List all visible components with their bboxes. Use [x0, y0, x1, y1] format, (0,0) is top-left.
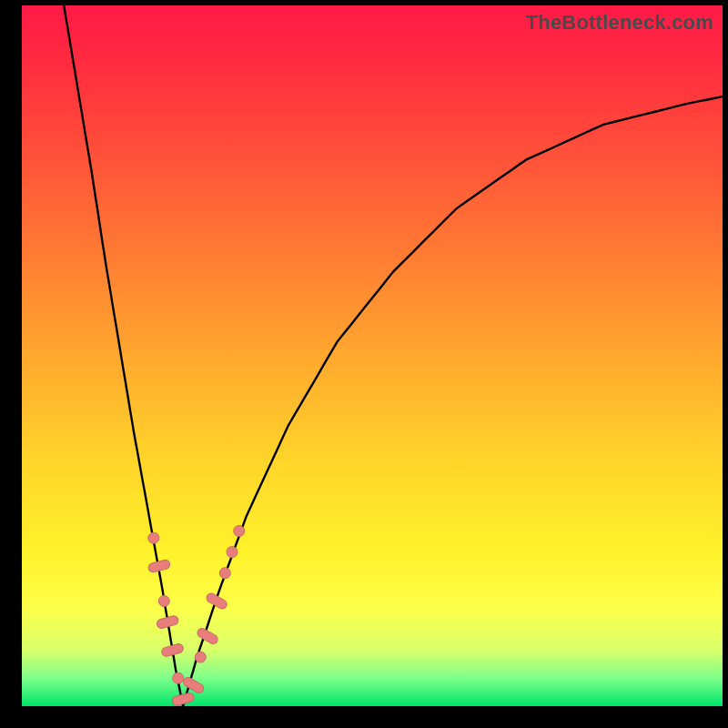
- curve-marker: [205, 592, 228, 611]
- marker-group: [147, 526, 245, 707]
- chart-plot-area: TheBottleneck.com: [22, 5, 723, 706]
- right-branch-curve: [183, 96, 723, 706]
- curve-marker: [227, 547, 238, 558]
- curve-marker: [161, 642, 185, 657]
- chart-svg: [22, 5, 723, 706]
- curve-marker: [196, 627, 219, 646]
- curve-marker: [219, 568, 230, 579]
- curve-marker: [156, 615, 179, 630]
- chart-frame: TheBottleneck.com: [0, 0, 728, 728]
- curve-marker: [158, 596, 169, 607]
- curve-marker: [195, 652, 206, 662]
- curve-marker: [234, 526, 245, 537]
- curve-marker: [173, 672, 184, 683]
- curve-marker: [147, 559, 171, 573]
- curve-marker: [171, 692, 195, 706]
- curve-marker: [148, 532, 159, 543]
- curve-marker: [182, 676, 206, 695]
